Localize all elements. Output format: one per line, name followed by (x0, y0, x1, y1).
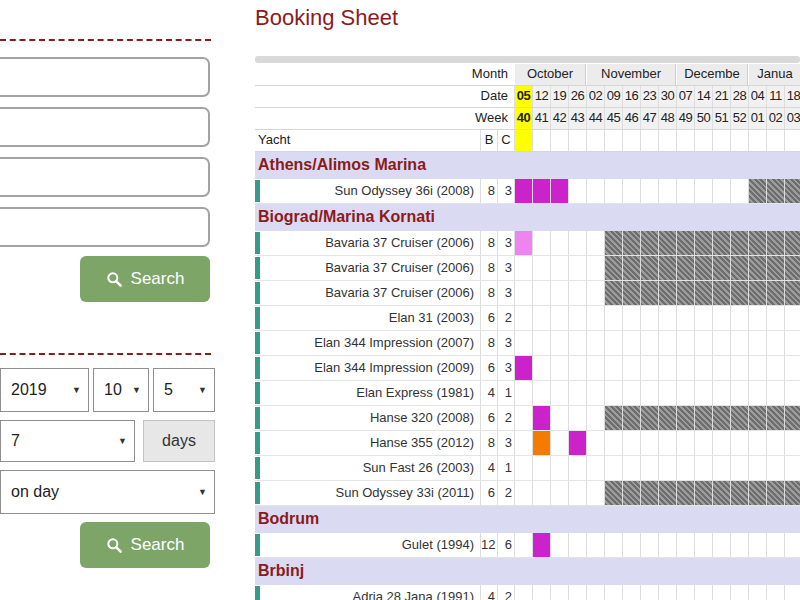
booking-cell[interactable] (532, 331, 550, 355)
booking-cell[interactable] (748, 306, 766, 330)
booking-cell[interactable] (568, 406, 586, 430)
booking-cell[interactable] (568, 381, 586, 405)
booking-cell[interactable] (694, 331, 712, 355)
booking-cell[interactable] (550, 456, 568, 480)
booking-cell[interactable] (532, 481, 550, 505)
booking-cell-closed[interactable] (730, 231, 748, 255)
booking-cell[interactable] (748, 356, 766, 380)
duration-select[interactable]: 7 ▼ (0, 420, 135, 462)
booking-cell[interactable] (586, 456, 604, 480)
booking-cell-closed[interactable] (784, 179, 800, 203)
booking-cell-closed[interactable] (712, 256, 730, 280)
booking-cell[interactable] (766, 331, 784, 355)
booking-cell[interactable] (586, 356, 604, 380)
booking-cell-booked[interactable] (532, 406, 550, 430)
booking-cell[interactable] (586, 406, 604, 430)
booking-cell-closed[interactable] (694, 406, 712, 430)
booking-cell[interactable] (532, 231, 550, 255)
booking-cell[interactable] (604, 356, 622, 380)
booking-cell-closed[interactable] (640, 256, 658, 280)
booking-cell[interactable] (514, 381, 532, 405)
booking-cell-closed[interactable] (694, 256, 712, 280)
booking-cell[interactable] (568, 256, 586, 280)
booking-cell-closed[interactable] (658, 231, 676, 255)
booking-cell[interactable] (568, 481, 586, 505)
booking-cell[interactable] (658, 456, 676, 480)
booking-cell-closed[interactable] (640, 281, 658, 305)
booking-cell-closed[interactable] (658, 406, 676, 430)
booking-cell[interactable] (658, 306, 676, 330)
booking-cell[interactable] (514, 481, 532, 505)
booking-cell[interactable] (568, 231, 586, 255)
booking-cell-booked[interactable] (532, 179, 550, 203)
booking-cell[interactable] (658, 356, 676, 380)
booking-cell[interactable] (676, 456, 694, 480)
booking-cell[interactable] (586, 431, 604, 455)
booking-cell[interactable] (640, 179, 658, 203)
booking-cell-closed[interactable] (622, 406, 640, 430)
booking-cell[interactable] (604, 306, 622, 330)
booking-cell[interactable] (640, 456, 658, 480)
booking-cell[interactable] (676, 585, 694, 600)
booking-cell[interactable] (550, 281, 568, 305)
booking-cell[interactable] (622, 585, 640, 600)
booking-cell-booked[interactable] (514, 356, 532, 380)
booking-cell[interactable] (568, 533, 586, 557)
booking-cell-closed[interactable] (604, 256, 622, 280)
booking-cell[interactable] (514, 456, 532, 480)
booking-cell[interactable] (532, 381, 550, 405)
booking-cell[interactable] (658, 381, 676, 405)
booking-cell-closed[interactable] (730, 406, 748, 430)
search-text-input-1[interactable] (0, 57, 210, 97)
booking-cell[interactable] (748, 533, 766, 557)
booking-cell[interactable] (568, 281, 586, 305)
booking-cell[interactable] (532, 585, 550, 600)
booking-cell-closed[interactable] (694, 231, 712, 255)
booking-cell-closed[interactable] (748, 481, 766, 505)
booking-cell[interactable] (550, 431, 568, 455)
booking-cell-closed[interactable] (730, 281, 748, 305)
booking-cell-closed[interactable] (766, 281, 784, 305)
booking-cell[interactable] (730, 306, 748, 330)
booking-cell[interactable] (640, 381, 658, 405)
booking-cell-closed[interactable] (622, 231, 640, 255)
booking-cell-closed[interactable] (622, 481, 640, 505)
booking-cell-turnover[interactable] (532, 431, 550, 455)
booking-cell[interactable] (730, 331, 748, 355)
booking-cell[interactable] (604, 179, 622, 203)
booking-cell-closed[interactable] (766, 256, 784, 280)
booking-cell[interactable] (712, 179, 730, 203)
booking-cell[interactable] (748, 431, 766, 455)
booking-cell[interactable] (730, 381, 748, 405)
booking-cell[interactable] (514, 306, 532, 330)
booking-cell[interactable] (532, 356, 550, 380)
booking-cell[interactable] (712, 456, 730, 480)
booking-cell[interactable] (550, 231, 568, 255)
booking-cell-closed[interactable] (766, 481, 784, 505)
booking-cell[interactable] (622, 331, 640, 355)
booking-cell[interactable] (784, 533, 800, 557)
booking-cell[interactable] (766, 306, 784, 330)
booking-cell[interactable] (676, 356, 694, 380)
booking-cell[interactable] (622, 456, 640, 480)
booking-cell[interactable] (784, 331, 800, 355)
booking-cell[interactable] (694, 306, 712, 330)
booking-cell-closed[interactable] (658, 481, 676, 505)
booking-cell[interactable] (514, 431, 532, 455)
booking-cell-closed[interactable] (622, 281, 640, 305)
booking-cell[interactable] (730, 585, 748, 600)
booking-cell[interactable] (766, 356, 784, 380)
booking-cell[interactable] (784, 381, 800, 405)
booking-cell[interactable] (586, 281, 604, 305)
booking-cell-closed[interactable] (640, 406, 658, 430)
booking-cell[interactable] (586, 256, 604, 280)
booking-cell[interactable] (712, 356, 730, 380)
search-button-bottom[interactable]: Search (80, 522, 210, 568)
month-select[interactable]: 10 ▼ (93, 368, 149, 412)
booking-cell-closed[interactable] (766, 406, 784, 430)
booking-cell[interactable] (604, 585, 622, 600)
booking-cell-closed[interactable] (604, 406, 622, 430)
booking-cell[interactable] (748, 381, 766, 405)
booking-cell[interactable] (604, 456, 622, 480)
booking-cell[interactable] (568, 179, 586, 203)
